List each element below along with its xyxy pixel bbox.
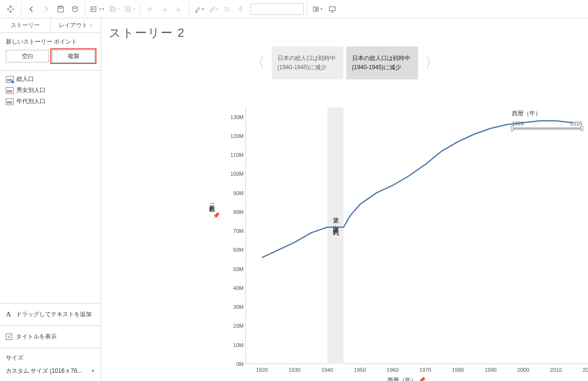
nav-prev-button[interactable]: 〈: [248, 54, 269, 72]
story-side-panel: ストーリー レイアウト◇ 新しいストーリー ポイント 空白 複製 総人口 男女別…: [0, 18, 101, 381]
duplicate-sheet-button[interactable]: ▾: [107, 2, 122, 16]
sheet-item[interactable]: 男女別人口: [0, 85, 101, 96]
size-value: カスタム サイズ (1016 x 76...: [6, 367, 82, 375]
svg-text:T: T: [226, 7, 229, 11]
svg-rect-8: [58, 6, 63, 12]
plot-area[interactable]: 第２次世界大戦 0M10M20M30M40M50M60M70M80M90M100…: [246, 107, 588, 364]
sheet-icon: [6, 87, 14, 94]
story-navigator: 〈 日本の総人口は戦時中(1940-1945)に減少 日本の総人口は戦時中(19…: [101, 46, 588, 79]
x-tick: 1930: [289, 367, 300, 373]
y-tick: 120M: [223, 133, 244, 139]
sheet-item[interactable]: 総人口: [0, 74, 101, 85]
x-tick: 2010: [550, 367, 562, 373]
tableau-logo-icon: [5, 3, 16, 15]
size-label: サイズ: [6, 354, 95, 362]
y-tick: 110M: [223, 152, 244, 158]
highlight-button[interactable]: ▾: [192, 2, 206, 16]
x-tick: 1990: [485, 367, 496, 373]
svg-rect-12: [110, 6, 114, 10]
x-tick: 1980: [452, 367, 464, 373]
pin-icon[interactable]: 📌: [418, 377, 426, 381]
clear-sheet-button[interactable]: ▾: [123, 2, 137, 16]
forward-button[interactable]: [39, 2, 53, 16]
swap-button[interactable]: [143, 2, 157, 16]
sort-desc-button[interactable]: [172, 2, 186, 16]
y-tick: 60M: [223, 247, 244, 253]
text-icon: A: [6, 310, 11, 319]
toolbar: +▾ ▾ ▾ ▾ ▾ T ▾: [0, 0, 588, 18]
y-tick: 10M: [223, 342, 244, 348]
pin-button[interactable]: [234, 2, 248, 16]
sheet-label: 男女別人口: [16, 86, 46, 94]
x-tick: 2020: [583, 367, 588, 373]
y-tick: 70M: [223, 228, 244, 234]
svg-rect-21: [316, 7, 318, 9]
sheet-list: 総人口 男女別人口 年代別人口: [0, 71, 101, 110]
caret-icon: ◇: [90, 24, 93, 28]
datasource-button[interactable]: [68, 2, 82, 16]
pin-icon[interactable]: 📌: [213, 212, 220, 219]
sheet-label: 総人口: [16, 75, 34, 83]
svg-point-10: [73, 6, 77, 8]
sort-asc-button[interactable]: [158, 2, 171, 16]
svg-rect-9: [59, 6, 62, 8]
y-tick: 20M: [223, 323, 244, 329]
sheet-item[interactable]: 年代別人口: [0, 96, 101, 107]
y-tick: 90M: [223, 190, 244, 196]
story-caption-active[interactable]: 日本の総人口は戦時中(1940-1945)に減少: [346, 46, 418, 79]
story-caption[interactable]: 日本の総人口は戦時中(1940-1945)に減少: [272, 46, 343, 79]
x-tick: 2000: [517, 367, 529, 373]
x-tick: 1950: [354, 367, 366, 373]
size-dropdown[interactable]: カスタム サイズ (1016 x 76... ▼: [6, 367, 95, 375]
tab-story[interactable]: ストーリー: [0, 18, 51, 32]
svg-rect-23: [329, 7, 335, 11]
tab-layout[interactable]: レイアウト◇: [51, 18, 101, 32]
y-tick: 0M: [223, 361, 244, 367]
svg-rect-20: [313, 7, 315, 11]
save-button[interactable]: [54, 2, 67, 16]
nav-next-button[interactable]: 〉: [421, 54, 442, 72]
back-button[interactable]: [25, 2, 38, 16]
show-cards-button[interactable]: ▾: [310, 2, 325, 16]
svg-rect-13: [111, 8, 115, 12]
new-story-point-label: 新しいストーリー ポイント: [0, 33, 101, 50]
fit-dropdown[interactable]: [250, 3, 304, 15]
x-tick: 1970: [419, 367, 431, 373]
x-tick: 1940: [321, 367, 333, 373]
x-tick: 1920: [256, 367, 267, 373]
y-tick: 40M: [223, 285, 244, 291]
show-title-label: タイトルを表示: [16, 333, 57, 341]
x-tick: 1960: [387, 367, 398, 373]
chevron-down-icon: ▼: [91, 369, 95, 373]
y-tick: 50M: [223, 266, 244, 272]
duplicate-button[interactable]: 複製: [52, 50, 95, 62]
drag-text-label: ドラッグしてテキストを追加: [16, 310, 92, 319]
y-tick: 80M: [223, 209, 244, 215]
y-tick: 100M: [223, 171, 244, 177]
svg-rect-22: [316, 9, 318, 11]
drag-text-zone[interactable]: A ドラッグしてテキストを追加: [0, 303, 101, 325]
attach-button[interactable]: ▾: [207, 2, 220, 16]
y-tick: 30M: [223, 304, 244, 310]
presentation-button[interactable]: [325, 2, 339, 16]
y-tick: 130M: [223, 114, 244, 120]
chart: 人口（総数） 📌 第２次世界大戦 0M10M20M30M40M50M60M70M…: [208, 105, 588, 381]
blank-button[interactable]: 空白: [6, 50, 49, 62]
show-title-checkbox[interactable]: ✓: [6, 334, 12, 340]
x-axis-label: 西暦（年）📌: [208, 376, 588, 381]
story-canvas: ストーリー 2 〈 日本の総人口は戦時中(1940-1945)に減少 日本の総人…: [101, 18, 588, 381]
sheet-icon: [6, 98, 14, 105]
story-title[interactable]: ストーリー 2: [101, 18, 588, 45]
line-series: [262, 121, 573, 258]
sheet-label: 年代別人口: [16, 97, 46, 106]
label-button[interactable]: T: [221, 2, 233, 16]
new-sheet-button[interactable]: +▾: [88, 2, 106, 16]
